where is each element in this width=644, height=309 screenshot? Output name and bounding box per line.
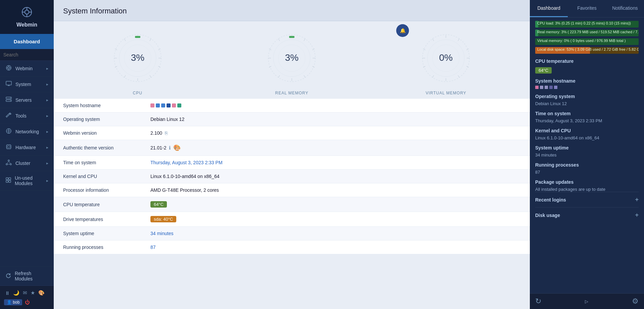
table-row-hostname: System hostname: [54, 99, 530, 113]
time-label: Time on system: [63, 160, 150, 165]
right-panel-footer: ↻ ▷ ⚙: [530, 293, 644, 309]
real-memory-bar: Real memory: 3% ( 223.79 MiB used / 519.…: [535, 30, 639, 36]
svg-line-67: [269, 49, 271, 50]
recent-logins-expand-icon[interactable]: +: [635, 196, 639, 203]
table-row-processor: Processor information AMD G-T48E Process…: [54, 183, 530, 197]
uptime-section-title: System uptime: [535, 145, 639, 150]
sidebar-item-webmin[interactable]: Webmin ▸: [0, 61, 54, 77]
pkg-updates-section-title: Package updates: [535, 179, 639, 185]
sidebar-logo[interactable]: Webmin: [0, 0, 54, 34]
svg-point-18: [10, 100, 11, 101]
uptime-right-value: 34 minutes: [535, 152, 639, 158]
footer-user-icon[interactable]: 👤 bob: [4, 299, 22, 305]
info-table: System hostname Operating system Debian …: [54, 99, 530, 254]
cpu-temp-label: CPU temperature: [63, 202, 150, 207]
time-value[interactable]: Thursday, August 3, 2023 2:33 PM: [150, 160, 520, 165]
theme-info-icon[interactable]: ℹ: [169, 145, 171, 150]
right-panel-content: CPU load: 3% (0.25 (1 min) 0.22 (5 mins)…: [530, 17, 644, 293]
virtual-memory-bar: Virtual memory: 0% ( 0 bytes used / 976.…: [535, 38, 639, 45]
theme-palette-icon[interactable]: 🎨: [173, 144, 181, 151]
system-info-header: System Information: [54, 0, 530, 21]
tools-nav-icon: [5, 112, 12, 120]
webmin-version-copy-icon[interactable]: ⎘: [165, 130, 168, 136]
svg-text:3%: 3%: [131, 52, 144, 63]
sidebar-item-cluster[interactable]: Cluster ▸: [0, 156, 54, 171]
sidebar-dashboard-item[interactable]: Dashboard: [0, 34, 54, 49]
footer-gear-icon[interactable]: ⚙: [632, 297, 639, 306]
footer-bars-icon[interactable]: ⏸: [4, 290, 10, 297]
disk-space-bar: Local disk space: 53% ( 3.09 GiB used / …: [535, 47, 639, 54]
table-row-theme-version: Authentic theme version 21.01-2 ℹ 🎨: [54, 140, 530, 156]
footer-cursor-icon[interactable]: ▷: [585, 299, 588, 304]
real-memory-gauge-label: REAL MEMORY: [258, 91, 325, 95]
right-hostname-dot-1: [535, 86, 539, 89]
webmin-arrow-icon: ▸: [46, 66, 48, 71]
sidebar-item-servers[interactable]: Servers ▸: [0, 92, 54, 108]
kernel-value: Linux 6.1.0-10-amd64 on x86_64: [150, 174, 520, 179]
real-memory-bar-text: Real memory: 3% ( 223.79 MiB used / 519.…: [537, 30, 639, 34]
right-hostname-dot-3: [545, 86, 548, 89]
refresh-modules-button[interactable]: Refresh Modules: [0, 266, 54, 285]
gauges-row: 3% CPU: [54, 21, 530, 99]
svg-rect-22: [8, 146, 10, 148]
uptime-label: System uptime: [63, 231, 150, 236]
disk-usage-header[interactable]: Disk usage +: [535, 212, 639, 219]
tab-notifications[interactable]: Notifications: [606, 0, 644, 17]
sidebar-item-unused-modules[interactable]: Un-used Modules ▸: [0, 171, 54, 190]
sidebar-item-networking[interactable]: Networking ▸: [0, 124, 54, 140]
disk-space-bar-bg: Local disk space: 53% ( 3.09 GiB used / …: [535, 47, 639, 54]
os-value: Debian Linux 12: [150, 117, 520, 122]
svg-line-41: [150, 39, 151, 41]
os-label: Operating system: [63, 117, 150, 122]
sidebar-item-system[interactable]: System ▸: [0, 77, 54, 92]
virtual-memory-bar-bg: Virtual memory: 0% ( 0 bytes used / 976.…: [535, 38, 639, 45]
hardware-arrow-icon: ▸: [46, 145, 48, 150]
disk-usage-expand-icon[interactable]: +: [635, 212, 639, 219]
tools-arrow-icon: ▸: [46, 114, 48, 118]
virtual-memory-bar-text: Virtual memory: 0% ( 0 bytes used / 976.…: [537, 39, 626, 43]
svg-rect-33: [6, 178, 8, 180]
hostname-label: System hostname: [63, 103, 150, 108]
kernel-label: Kernel and CPU: [63, 174, 150, 179]
footer-user-icon-symbol: 👤: [7, 300, 12, 305]
footer-signout-icon[interactable]: ⏻: [24, 299, 31, 306]
svg-rect-12: [6, 81, 11, 85]
notification-bell[interactable]: 🔔: [396, 24, 409, 37]
webmin-version-value: 2.100 ⎘: [150, 130, 520, 136]
processes-section-title: Running processes: [535, 162, 639, 168]
table-row-drive-temps: Drive temperatures sda: 40°C: [54, 212, 530, 227]
cpu-temp-value: 64°C: [150, 201, 520, 208]
processes-value[interactable]: 87: [150, 245, 520, 250]
servers-nav-icon: [5, 96, 12, 104]
svg-line-84: [423, 49, 425, 50]
footer-refresh-icon[interactable]: ↻: [535, 297, 541, 306]
svg-line-30: [7, 161, 9, 164]
sidebar-item-networking-label: Networking: [15, 129, 39, 134]
footer-moon-icon[interactable]: 🌙: [12, 289, 20, 297]
recent-logins-header[interactable]: Recent logins +: [535, 196, 639, 203]
sidebar-item-hardware[interactable]: Hardware ▸: [0, 140, 54, 156]
theme-version-label: Authentic theme version: [63, 145, 150, 150]
cpu-gauge: 3% CPU: [104, 28, 171, 95]
tab-favorites[interactable]: Favorites: [568, 0, 606, 17]
uptime-value[interactable]: 34 minutes: [150, 231, 520, 236]
search-input[interactable]: [3, 52, 62, 57]
time-section-title: Time on system: [535, 111, 639, 116]
kernel-right-value: Linux 6.1.0-10-amd64 on x86_64: [535, 135, 639, 140]
footer-star-icon[interactable]: ★: [30, 289, 36, 297]
footer-palette-icon[interactable]: 🎨: [38, 289, 45, 297]
svg-line-81: [432, 75, 434, 78]
processor-label: Processor information: [63, 187, 150, 193]
sidebar-item-tools[interactable]: Tools ▸: [0, 108, 54, 124]
nav-items: Webmin ▸ System ▸ Servers ▸: [0, 61, 54, 266]
sidebar-item-tools-label: Tools: [15, 113, 27, 119]
content-wrapper: System Information 🔔: [54, 0, 530, 309]
time-right-value: Thursday, August 3, 2023 2:33 PM: [535, 118, 639, 123]
hostname-dot-4: [167, 103, 171, 107]
hostname-section-title: System hostname: [535, 78, 639, 84]
right-panel-tabs: Dashboard Favorites Notifications: [530, 0, 644, 17]
tab-dashboard[interactable]: Dashboard: [530, 0, 568, 17]
virtual-memory-gauge-label: VIRTUAL MEMORY: [412, 91, 479, 95]
footer-mail-icon[interactable]: ✉: [22, 289, 28, 297]
svg-line-31: [9, 161, 10, 164]
